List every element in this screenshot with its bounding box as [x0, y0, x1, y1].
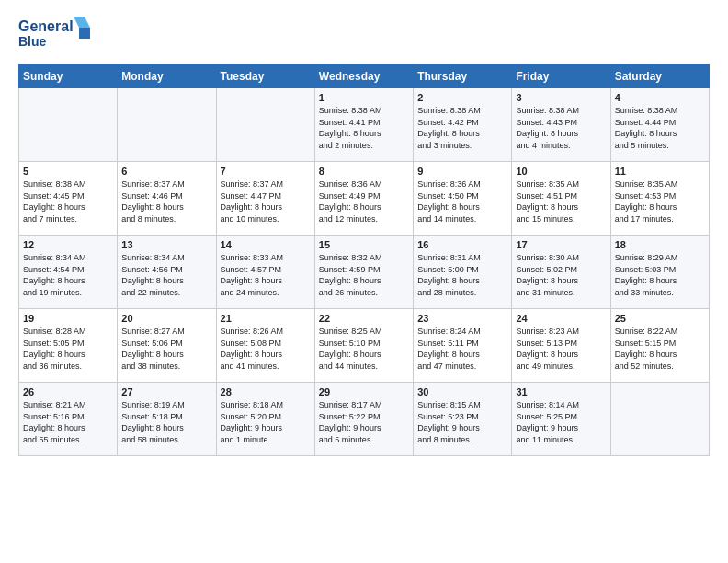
day-number: 25 [615, 313, 705, 324]
page: General Blue SundayMondayTuesdayWednesda… [0, 0, 728, 563]
day-number: 3 [516, 92, 606, 103]
day-number: 16 [417, 239, 507, 250]
calendar-cell [610, 383, 709, 456]
cell-info: Sunrise: 8:29 AM Sunset: 5:03 PM Dayligh… [615, 252, 705, 298]
cell-info: Sunrise: 8:19 AM Sunset: 5:18 PM Dayligh… [121, 399, 211, 445]
calendar-week-2: 5Sunrise: 8:38 AM Sunset: 4:45 PM Daylig… [19, 162, 710, 236]
calendar-cell: 16Sunrise: 8:31 AM Sunset: 5:00 PM Dayli… [414, 236, 512, 309]
logo-svg: General Blue [18, 15, 92, 55]
header: General Blue [18, 15, 710, 55]
calendar-cell: 12Sunrise: 8:34 AM Sunset: 4:54 PM Dayli… [19, 236, 118, 309]
weekday-header-thursday: Thursday [414, 65, 512, 88]
calendar-week-1: 1Sunrise: 8:38 AM Sunset: 4:41 PM Daylig… [19, 88, 710, 162]
day-number: 9 [417, 166, 507, 177]
calendar-cell: 19Sunrise: 8:28 AM Sunset: 5:05 PM Dayli… [19, 309, 118, 383]
cell-info: Sunrise: 8:37 AM Sunset: 4:47 PM Dayligh… [221, 178, 311, 224]
day-number: 10 [516, 166, 606, 177]
cell-info: Sunrise: 8:38 AM Sunset: 4:41 PM Dayligh… [319, 105, 409, 151]
calendar-cell: 30Sunrise: 8:15 AM Sunset: 5:23 PM Dayli… [414, 383, 512, 456]
calendar-week-3: 12Sunrise: 8:34 AM Sunset: 4:54 PM Dayli… [19, 236, 710, 309]
calendar-cell: 23Sunrise: 8:24 AM Sunset: 5:11 PM Dayli… [414, 309, 512, 383]
cell-info: Sunrise: 8:36 AM Sunset: 4:49 PM Dayligh… [319, 178, 409, 224]
calendar-cell: 25Sunrise: 8:22 AM Sunset: 5:15 PM Dayli… [610, 309, 709, 383]
weekday-header-monday: Monday [118, 65, 216, 88]
day-number: 6 [121, 166, 211, 177]
cell-info: Sunrise: 8:21 AM Sunset: 5:16 PM Dayligh… [23, 399, 113, 445]
calendar-cell: 4Sunrise: 8:38 AM Sunset: 4:44 PM Daylig… [610, 88, 709, 162]
calendar-cell [216, 88, 314, 162]
cell-info: Sunrise: 8:34 AM Sunset: 4:56 PM Dayligh… [121, 252, 211, 298]
calendar-cell: 18Sunrise: 8:29 AM Sunset: 5:03 PM Dayli… [610, 236, 709, 309]
cell-info: Sunrise: 8:38 AM Sunset: 4:44 PM Dayligh… [615, 105, 705, 151]
logo: General Blue [18, 15, 92, 55]
cell-info: Sunrise: 8:24 AM Sunset: 5:11 PM Dayligh… [417, 326, 507, 372]
calendar-cell: 13Sunrise: 8:34 AM Sunset: 4:56 PM Dayli… [118, 236, 216, 309]
cell-info: Sunrise: 8:35 AM Sunset: 4:51 PM Dayligh… [516, 178, 606, 224]
weekday-header-tuesday: Tuesday [216, 65, 314, 88]
day-number: 15 [319, 239, 409, 250]
calendar-cell: 22Sunrise: 8:25 AM Sunset: 5:10 PM Dayli… [314, 309, 413, 383]
cell-info: Sunrise: 8:38 AM Sunset: 4:43 PM Dayligh… [516, 105, 606, 151]
svg-text:General: General [18, 18, 74, 34]
calendar-cell [118, 88, 216, 162]
header-row: SundayMondayTuesdayWednesdayThursdayFrid… [19, 65, 710, 88]
day-number: 18 [615, 239, 705, 250]
day-number: 28 [221, 386, 311, 397]
day-number: 8 [319, 166, 409, 177]
calendar-cell: 29Sunrise: 8:17 AM Sunset: 5:22 PM Dayli… [314, 383, 413, 456]
day-number: 26 [23, 386, 113, 397]
day-number: 1 [319, 92, 409, 103]
calendar-cell: 9Sunrise: 8:36 AM Sunset: 4:50 PM Daylig… [414, 162, 512, 236]
cell-info: Sunrise: 8:18 AM Sunset: 5:20 PM Dayligh… [221, 399, 311, 445]
calendar-cell: 20Sunrise: 8:27 AM Sunset: 5:06 PM Dayli… [118, 309, 216, 383]
cell-info: Sunrise: 8:38 AM Sunset: 4:45 PM Dayligh… [23, 178, 113, 224]
day-number: 21 [221, 313, 311, 324]
cell-info: Sunrise: 8:30 AM Sunset: 5:02 PM Dayligh… [516, 252, 606, 298]
day-number: 30 [417, 386, 507, 397]
cell-info: Sunrise: 8:17 AM Sunset: 5:22 PM Dayligh… [319, 399, 409, 445]
cell-info: Sunrise: 8:28 AM Sunset: 5:05 PM Dayligh… [23, 326, 113, 372]
cell-info: Sunrise: 8:33 AM Sunset: 4:57 PM Dayligh… [221, 252, 311, 298]
calendar-cell: 11Sunrise: 8:35 AM Sunset: 4:53 PM Dayli… [610, 162, 709, 236]
calendar-week-5: 26Sunrise: 8:21 AM Sunset: 5:16 PM Dayli… [19, 383, 710, 456]
svg-marker-2 [74, 17, 90, 28]
cell-info: Sunrise: 8:31 AM Sunset: 5:00 PM Dayligh… [417, 252, 507, 298]
cell-info: Sunrise: 8:25 AM Sunset: 5:10 PM Dayligh… [319, 326, 409, 372]
cell-info: Sunrise: 8:36 AM Sunset: 4:50 PM Dayligh… [417, 178, 507, 224]
cell-info: Sunrise: 8:14 AM Sunset: 5:25 PM Dayligh… [516, 399, 606, 445]
day-number: 27 [121, 386, 211, 397]
cell-info: Sunrise: 8:15 AM Sunset: 5:23 PM Dayligh… [417, 399, 507, 445]
day-number: 7 [221, 166, 311, 177]
svg-marker-3 [79, 28, 90, 39]
calendar-cell: 27Sunrise: 8:19 AM Sunset: 5:18 PM Dayli… [118, 383, 216, 456]
day-number: 4 [615, 92, 705, 103]
day-number: 12 [23, 239, 113, 250]
calendar-table: SundayMondayTuesdayWednesdayThursdayFrid… [18, 64, 710, 456]
cell-info: Sunrise: 8:35 AM Sunset: 4:53 PM Dayligh… [615, 178, 705, 224]
calendar-cell: 21Sunrise: 8:26 AM Sunset: 5:08 PM Dayli… [216, 309, 314, 383]
day-number: 24 [516, 313, 606, 324]
day-number: 2 [417, 92, 507, 103]
calendar-cell [19, 88, 118, 162]
calendar-cell: 14Sunrise: 8:33 AM Sunset: 4:57 PM Dayli… [216, 236, 314, 309]
weekday-header-sunday: Sunday [19, 65, 118, 88]
day-number: 29 [319, 386, 409, 397]
calendar-cell: 31Sunrise: 8:14 AM Sunset: 5:25 PM Dayli… [512, 383, 610, 456]
cell-info: Sunrise: 8:38 AM Sunset: 4:42 PM Dayligh… [417, 105, 507, 151]
day-number: 19 [23, 313, 113, 324]
day-number: 5 [23, 166, 113, 177]
cell-info: Sunrise: 8:23 AM Sunset: 5:13 PM Dayligh… [516, 326, 606, 372]
calendar-cell: 1Sunrise: 8:38 AM Sunset: 4:41 PM Daylig… [314, 88, 413, 162]
calendar-cell: 7Sunrise: 8:37 AM Sunset: 4:47 PM Daylig… [216, 162, 314, 236]
weekday-header-wednesday: Wednesday [314, 65, 413, 88]
day-number: 22 [319, 313, 409, 324]
day-number: 20 [121, 313, 211, 324]
cell-info: Sunrise: 8:22 AM Sunset: 5:15 PM Dayligh… [615, 326, 705, 372]
calendar-cell: 17Sunrise: 8:30 AM Sunset: 5:02 PM Dayli… [512, 236, 610, 309]
calendar-cell: 10Sunrise: 8:35 AM Sunset: 4:51 PM Dayli… [512, 162, 610, 236]
calendar-cell: 24Sunrise: 8:23 AM Sunset: 5:13 PM Dayli… [512, 309, 610, 383]
calendar-cell: 6Sunrise: 8:37 AM Sunset: 4:46 PM Daylig… [118, 162, 216, 236]
calendar-cell: 5Sunrise: 8:38 AM Sunset: 4:45 PM Daylig… [19, 162, 118, 236]
cell-info: Sunrise: 8:37 AM Sunset: 4:46 PM Dayligh… [121, 178, 211, 224]
day-number: 14 [221, 239, 311, 250]
